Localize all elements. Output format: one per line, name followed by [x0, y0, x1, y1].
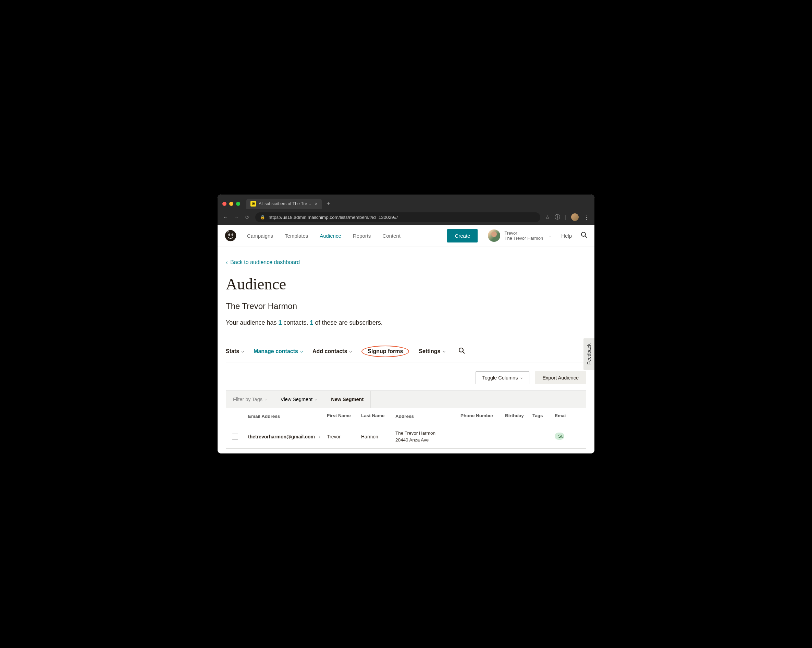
user-menu[interactable]: Trevor The Trevor Harmon ⌵	[488, 229, 552, 242]
back-icon[interactable]: ←	[222, 214, 229, 220]
minimize-window-button[interactable]	[229, 202, 234, 206]
browser-window: ✉ All subscribers of The Trevor H × + ← …	[218, 195, 594, 454]
contact-count: 1	[278, 319, 282, 326]
header-birthday[interactable]: Birthday	[501, 408, 528, 425]
tab-manage-contacts[interactable]: Manage contacts ⌵	[253, 348, 303, 354]
back-link-text: Back to audience dashboard	[230, 259, 300, 265]
url-field[interactable]: 🔒 https://us18.admin.mailchimp.com/lists…	[255, 212, 540, 222]
row-checkbox[interactable]	[232, 434, 238, 440]
chevron-down-icon: ⌵	[241, 349, 244, 354]
create-button[interactable]: Create	[447, 229, 478, 242]
url-actions: ☆ ⓘ | ⋮	[545, 213, 590, 221]
cell-email[interactable]: thetrevorharmon@gmail.com ›	[244, 429, 323, 444]
app-content: Campaigns Templates Audience Reports Con…	[218, 225, 594, 454]
svg-point-3	[229, 235, 230, 236]
url-text: https://us18.admin.mailchimp.com/lists/m…	[269, 215, 398, 220]
nav-audience[interactable]: Audience	[320, 233, 341, 239]
chevron-left-icon: ‹	[226, 259, 227, 265]
header-email[interactable]: Email Address	[244, 408, 323, 425]
cell-fname: Trevor	[323, 429, 357, 444]
filter-by-tags[interactable]: Filter by Tags ⌵	[226, 391, 274, 408]
subscriber-count: 1	[310, 319, 313, 326]
back-link[interactable]: ‹ Back to audience dashboard	[226, 259, 586, 265]
window-controls	[222, 202, 240, 206]
header-phone[interactable]: Phone Number	[456, 408, 501, 425]
row-checkbox-cell	[226, 429, 244, 445]
header-email-marketing[interactable]: Emai	[551, 408, 571, 425]
export-audience-button[interactable]: Export Audience	[535, 371, 586, 384]
page-title: Audience	[226, 275, 586, 293]
new-tab-button[interactable]: +	[327, 200, 330, 207]
table-header: Email Address First Name Last Name Addre…	[226, 408, 586, 425]
view-segment[interactable]: View Segment ⌵	[274, 391, 324, 408]
nav-content[interactable]: Content	[382, 233, 400, 239]
chevron-down-icon: ⌵	[549, 233, 552, 238]
toggle-columns-button[interactable]: Toggle Columns ⌵	[476, 371, 529, 384]
url-bar: ← → ⟳ 🔒 https://us18.admin.mailchimp.com…	[218, 210, 594, 225]
cell-lname: Harmon	[357, 429, 391, 444]
main-nav: Campaigns Templates Audience Reports Con…	[247, 233, 447, 239]
svg-line-6	[585, 236, 587, 238]
header-tags[interactable]: Tags	[528, 408, 551, 425]
audience-name: The Trevor Harmon	[226, 301, 586, 311]
tab-add-contacts[interactable]: Add contacts ⌵	[313, 348, 352, 354]
nav-templates[interactable]: Templates	[285, 233, 308, 239]
star-icon[interactable]: ☆	[545, 214, 550, 221]
svg-point-4	[232, 235, 233, 236]
chevron-down-icon: ⌵	[350, 349, 352, 354]
new-segment-button[interactable]: New Segment	[324, 391, 371, 408]
chevron-down-icon: ⌵	[315, 397, 317, 401]
chevron-down-icon: ⌵	[443, 349, 446, 354]
svg-line-8	[463, 352, 465, 354]
header-address[interactable]: Address	[391, 408, 456, 425]
contacts-table: Email Address First Name Last Name Addre…	[226, 408, 586, 449]
nav-campaigns[interactable]: Campaigns	[247, 233, 273, 239]
cell-tags	[528, 432, 551, 441]
header-lname[interactable]: Last Name	[357, 408, 391, 425]
search-icon[interactable]	[581, 232, 588, 240]
svg-point-7	[459, 348, 463, 352]
tab-signup-forms[interactable]: Signup forms	[362, 346, 409, 357]
close-tab-icon[interactable]: ×	[315, 201, 317, 207]
chevron-right-icon: ›	[319, 434, 321, 439]
close-window-button[interactable]	[222, 202, 226, 206]
help-link[interactable]: Help	[561, 233, 572, 239]
chevron-down-icon: ⌵	[301, 349, 303, 354]
forward-icon[interactable]: →	[234, 214, 240, 220]
svg-point-5	[582, 232, 586, 236]
page-content: ‹ Back to audience dashboard Audience Th…	[218, 247, 594, 454]
favicon-icon: ✉	[250, 201, 256, 207]
info-icon[interactable]: ⓘ	[555, 214, 560, 221]
chevron-down-icon: ⌵	[265, 397, 267, 401]
user-org: The Trevor Harmon	[504, 236, 543, 241]
tab-settings[interactable]: Settings ⌵	[419, 348, 445, 354]
tab-stats[interactable]: Stats ⌵	[226, 348, 244, 354]
reload-icon[interactable]: ⟳	[244, 214, 250, 220]
user-avatar	[488, 229, 500, 242]
user-name: Trevor	[504, 230, 543, 236]
browser-tab[interactable]: ✉ All subscribers of The Trevor H ×	[246, 199, 322, 209]
lock-icon: 🔒	[260, 215, 265, 220]
header-checkbox	[226, 408, 244, 425]
tab-title: All subscribers of The Trevor H	[259, 201, 312, 206]
search-icon[interactable]	[458, 347, 465, 355]
audience-summary: Your audience has 1 contacts. 1 of these…	[226, 319, 586, 326]
header-fname[interactable]: First Name	[323, 408, 357, 425]
browser-menu-icon[interactable]: ⋮	[583, 213, 590, 221]
tab-bar: ✉ All subscribers of The Trevor H × +	[218, 195, 594, 210]
maximize-window-button[interactable]	[236, 202, 240, 206]
app-header: Campaigns Templates Audience Reports Con…	[218, 225, 594, 247]
cell-birthday	[501, 432, 528, 441]
audience-tabs: Stats ⌵ Manage contacts ⌵ Add contacts ⌵…	[226, 346, 586, 362]
cell-status: Su	[551, 428, 571, 445]
profile-avatar-icon[interactable]	[571, 213, 578, 221]
table-row[interactable]: thetrevorharmon@gmail.com › Trevor Harmo…	[226, 425, 586, 449]
nav-reports[interactable]: Reports	[353, 233, 371, 239]
status-badge: Su	[555, 433, 564, 440]
cell-phone	[456, 432, 501, 441]
cell-address: The Trevor Harmon 20440 Anza Ave	[391, 425, 456, 449]
mailchimp-logo[interactable]	[224, 229, 237, 242]
user-text: Trevor The Trevor Harmon	[504, 230, 543, 241]
browser-chrome: ✉ All subscribers of The Trevor H × + ← …	[218, 195, 594, 225]
chevron-down-icon: ⌵	[520, 375, 523, 380]
